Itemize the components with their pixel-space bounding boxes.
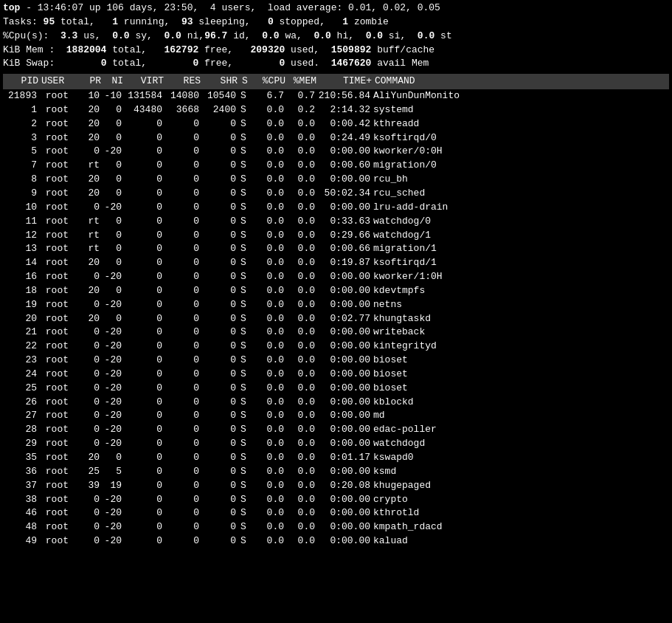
cell-res: 0 — [162, 506, 199, 520]
terminal-window: top - 13:46:07 up 106 days, 23:50, 4 use… — [3, 1, 669, 548]
cell-user: root — [37, 284, 77, 298]
cell-mem: 0.0 — [284, 368, 315, 382]
tasks-zombie: 1 — [342, 16, 348, 27]
table-row: 20 root200000S0.00.00:02.77khungtaskd — [3, 312, 669, 326]
cell-ni: -20 — [100, 201, 122, 215]
cell-time: 0:00.00 — [315, 201, 370, 215]
cell-mem: 0.0 — [284, 215, 315, 229]
cell-mem: 0.0 — [284, 284, 315, 298]
table-row: 22 root0-20000S0.00.00:00.00kintegrityd — [3, 340, 669, 354]
cell-virt: 0 — [122, 117, 162, 131]
cell-pr: 20 — [77, 256, 100, 270]
cell-cmd: kworker/1:0H — [370, 270, 443, 284]
cell-cmd: kintegrityd — [370, 340, 437, 354]
cell-time: 0:00.00 — [315, 437, 370, 451]
cell-s: S — [236, 229, 251, 243]
cell-virt: 0 — [122, 256, 162, 270]
cell-cpu: 0.0 — [251, 229, 284, 243]
cell-mem: 0.0 — [284, 187, 315, 201]
cell-time: 0:29.66 — [315, 229, 370, 243]
cell-ni: 0 — [100, 117, 122, 131]
table-row: 46 root0-20000S0.00.00:00.00kthrotld — [3, 506, 669, 520]
cell-s: S — [236, 423, 251, 437]
table-row: 29 root0-20000S0.00.00:00.00watchdogd — [3, 437, 669, 451]
cell-time: 0:00.42 — [315, 117, 370, 131]
cell-shr: 0 — [199, 284, 236, 298]
table-row: 5 root0-20000S0.00.00:00.00kworker/0:0H — [3, 145, 669, 159]
cell-ni: -20 — [100, 368, 122, 382]
cell-virt: 131584 — [122, 89, 162, 103]
cell-user: root — [37, 215, 77, 229]
tasks-total: 95 — [44, 16, 55, 27]
cell-mem: 0.0 — [284, 117, 315, 131]
mem-cache: 1509892 — [325, 44, 371, 55]
cell-virt: 0 — [122, 270, 162, 284]
cell-shr: 0 — [199, 326, 236, 340]
cpu-wa: 0.0 — [256, 30, 279, 41]
cell-pr: 20 — [77, 284, 100, 298]
cell-user: root — [37, 242, 77, 256]
cell-cpu: 0.0 — [251, 298, 284, 312]
cell-ni: -20 — [100, 520, 122, 534]
cell-s: S — [236, 520, 251, 534]
cell-pid: 10 — [3, 201, 37, 215]
cell-cpu: 0.0 — [251, 284, 284, 298]
cell-s: S — [236, 173, 251, 187]
cell-virt: 0 — [122, 396, 162, 410]
cell-cpu: 0.0 — [251, 354, 284, 368]
cell-time: 0:00.00 — [315, 368, 370, 382]
cell-cmd: kthreadd — [370, 117, 419, 131]
cell-time: 0:00.00 — [315, 326, 370, 340]
table-row: 25 root0-20000S0.00.00:00.00bioset — [3, 382, 669, 396]
cell-cmd: netns — [370, 298, 402, 312]
cell-pid: 26 — [3, 396, 37, 410]
cell-pr: 0 — [77, 409, 100, 423]
col-header-shr: SHR — [201, 75, 238, 89]
table-row: 38 root0-20000S0.00.00:00.00crypto — [3, 493, 669, 507]
cell-mem: 0.0 — [284, 256, 315, 270]
cell-pr: 10 — [77, 89, 100, 103]
cell-user: root — [37, 382, 77, 396]
table-row: 7 rootrt0000S0.00.00:00.60migration/0 — [3, 159, 669, 173]
table-row: 35 root200000S0.00.00:01.17kswapd0 — [3, 451, 669, 465]
cell-time: 0:00.00 — [315, 173, 370, 187]
cell-mem: 0.0 — [284, 534, 315, 548]
cell-pid: 49 — [3, 534, 37, 548]
cell-shr: 0 — [199, 437, 236, 451]
cell-time: 0:00.66 — [315, 242, 370, 256]
cell-time: 0:00.00 — [315, 493, 370, 507]
cell-cmd: migration/0 — [370, 159, 437, 173]
cell-s: S — [236, 396, 251, 410]
cell-cmd: AliYunDunMonito — [370, 89, 460, 103]
cell-res: 0 — [162, 229, 199, 243]
cell-shr: 0 — [199, 396, 236, 410]
cell-shr: 0 — [199, 242, 236, 256]
cell-mem: 0.0 — [284, 520, 315, 534]
cell-cmd: migration/1 — [370, 242, 437, 256]
cell-user: root — [37, 145, 77, 159]
cell-shr: 0 — [199, 354, 236, 368]
cell-cpu: 0.0 — [251, 256, 284, 270]
cell-cpu: 0.0 — [251, 103, 284, 117]
cell-pr: 25 — [77, 465, 100, 479]
table-row: 11 rootrt0000S0.00.00:33.63watchdog/0 — [3, 215, 669, 229]
cell-mem: 0.0 — [284, 131, 315, 145]
cell-time: 0:00.00 — [315, 506, 370, 520]
cell-time: 0:24.49 — [315, 131, 370, 145]
col-header-cmd: COMMAND — [372, 75, 415, 89]
col-header-pid: PID — [4, 75, 38, 89]
cell-mem: 0.0 — [284, 145, 315, 159]
cell-pr: 20 — [77, 187, 100, 201]
cell-user: root — [37, 534, 77, 548]
table-container: PID USERPRNIVIRTRESSHRS%CPU%MEMTIME+ COM… — [3, 74, 669, 548]
cell-pid: 27 — [3, 409, 37, 423]
cell-res: 0 — [162, 117, 199, 131]
cell-pid: 29 — [3, 437, 37, 451]
cell-res: 0 — [162, 493, 199, 507]
cell-s: S — [236, 215, 251, 229]
cell-mem: 0.0 — [284, 201, 315, 215]
cell-s: S — [236, 382, 251, 396]
cell-virt: 0 — [122, 242, 162, 256]
cell-res: 0 — [162, 437, 199, 451]
cell-pr: 0 — [77, 506, 100, 520]
